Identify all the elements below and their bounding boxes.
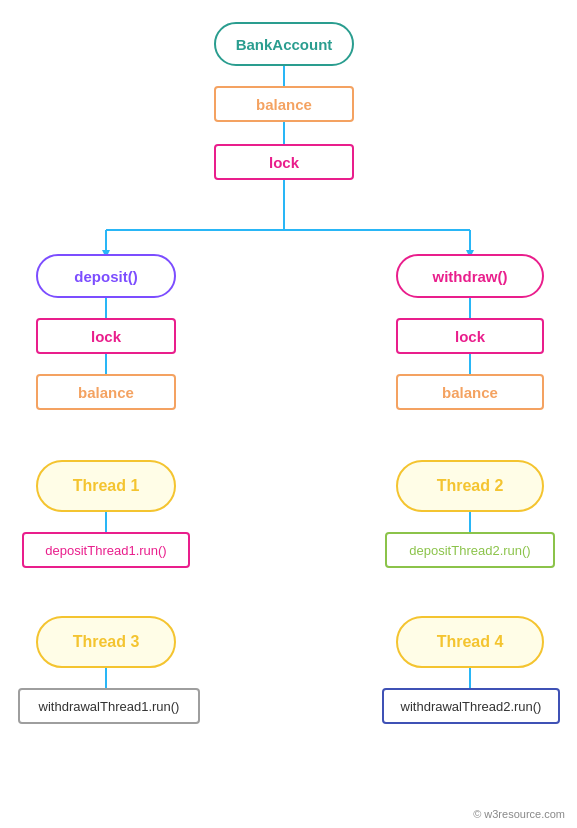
- diagram: BankAccount balance lock deposit() withd…: [0, 0, 577, 828]
- balance-left-label: balance: [78, 384, 134, 401]
- thread1-node: Thread 1: [36, 460, 176, 512]
- withdraw-label: withdraw(): [433, 268, 508, 285]
- thread3-label: Thread 3: [73, 633, 140, 651]
- lock-left-node: lock: [36, 318, 176, 354]
- with-thread2-node: withdrawalThread2.run(): [382, 688, 560, 724]
- bank-account-node: BankAccount: [214, 22, 354, 66]
- thread4-node: Thread 4: [396, 616, 544, 668]
- with-thread1-node: withdrawalThread1.run(): [18, 688, 200, 724]
- balance-top-node: balance: [214, 86, 354, 122]
- thread2-label: Thread 2: [437, 477, 504, 495]
- bank-account-label: BankAccount: [236, 36, 333, 53]
- watermark: © w3resource.com: [473, 808, 565, 820]
- thread3-node: Thread 3: [36, 616, 176, 668]
- dep-thread2-label: depositThread2.run(): [409, 543, 530, 558]
- dep-thread2-node: depositThread2.run(): [385, 532, 555, 568]
- deposit-label: deposit(): [74, 268, 137, 285]
- lock-right-label: lock: [455, 328, 485, 345]
- balance-top-label: balance: [256, 96, 312, 113]
- thread1-label: Thread 1: [73, 477, 140, 495]
- lock-left-label: lock: [91, 328, 121, 345]
- balance-right-node: balance: [396, 374, 544, 410]
- lock-right-node: lock: [396, 318, 544, 354]
- lock-top-label: lock: [269, 154, 299, 171]
- thread2-node: Thread 2: [396, 460, 544, 512]
- with-thread2-label: withdrawalThread2.run(): [401, 699, 542, 714]
- dep-thread1-node: depositThread1.run(): [22, 532, 190, 568]
- dep-thread1-label: depositThread1.run(): [45, 543, 166, 558]
- with-thread1-label: withdrawalThread1.run(): [39, 699, 180, 714]
- thread4-label: Thread 4: [437, 633, 504, 651]
- watermark-text: © w3resource.com: [473, 808, 565, 820]
- lock-top-node: lock: [214, 144, 354, 180]
- deposit-node: deposit(): [36, 254, 176, 298]
- balance-left-node: balance: [36, 374, 176, 410]
- balance-right-label: balance: [442, 384, 498, 401]
- withdraw-node: withdraw(): [396, 254, 544, 298]
